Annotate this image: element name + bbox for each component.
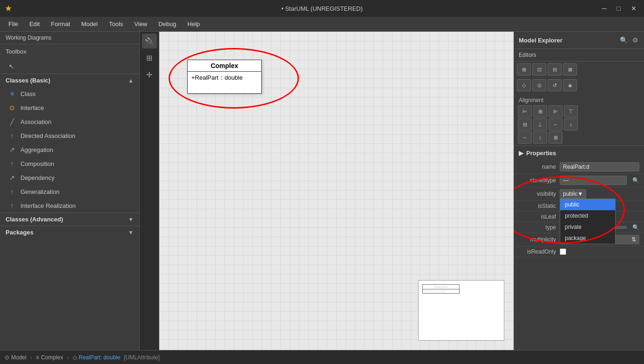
option-protected[interactable]: protected bbox=[560, 210, 615, 221]
menu-edit[interactable]: Edit bbox=[25, 19, 44, 29]
editors-label: Editors bbox=[519, 52, 536, 58]
resize-height[interactable]: ↕ bbox=[533, 131, 547, 144]
toolbox-item-generalization[interactable]: ↑ Generalization bbox=[0, 185, 139, 199]
name-label: name bbox=[519, 164, 556, 170]
breadcrumb-sep-1: › bbox=[30, 354, 32, 361]
stereotype-value[interactable]: — bbox=[560, 176, 627, 185]
gear-icon[interactable]: ⚙ bbox=[631, 35, 639, 45]
align-row-2: ⊟ ⊥ ↔ ↕ bbox=[518, 118, 640, 130]
canvas-area[interactable]: Complex +RealPart：double Complex +RealPa… bbox=[159, 32, 514, 350]
right-panel-header: Model Explorer 🔍 ⚙ bbox=[514, 32, 644, 49]
menu-view[interactable]: View bbox=[129, 19, 152, 29]
isReadOnly-checkbox[interactable] bbox=[560, 248, 566, 255]
title-bar-text: • StarUML (UNREGISTERED) bbox=[281, 5, 363, 12]
align-row-3: ↔ ↕ ⊞ bbox=[518, 131, 640, 144]
cursor-tool[interactable]: ↖ bbox=[0, 59, 139, 74]
toolbox-item-interface[interactable]: ⊙ Interface bbox=[0, 101, 139, 115]
aggregation-label: Aggregation bbox=[20, 146, 53, 153]
option-package[interactable]: package bbox=[560, 233, 615, 244]
align-middle-v[interactable]: ⊟ bbox=[518, 118, 532, 130]
editor-btn-4[interactable]: ⊠ bbox=[563, 63, 577, 76]
window-controls: ─ □ ✕ bbox=[599, 4, 639, 13]
editor-btn-7[interactable]: ↺ bbox=[548, 79, 562, 91]
collapse-icon: ▲ bbox=[128, 77, 134, 84]
close-button[interactable]: ✕ bbox=[628, 4, 639, 13]
editor-btn-6[interactable]: ⊙ bbox=[532, 79, 546, 91]
minimize-button[interactable]: ─ bbox=[599, 4, 610, 13]
align-left[interactable]: ⊨ bbox=[518, 105, 532, 117]
directed-association-label: Directed Association bbox=[20, 132, 75, 139]
name-value[interactable]: RealPart:d bbox=[560, 162, 639, 172]
stereotype-search-icon[interactable]: 🔍 bbox=[632, 177, 639, 184]
toolbox-item-aggregation[interactable]: ↗ Aggregation bbox=[0, 143, 139, 157]
editor-btn-8[interactable]: ◈ bbox=[563, 79, 577, 91]
right-panel: Model Explorer 🔍 ⚙ Editors ⊞ ⊡ ⊟ ⊠ ◇ ⊙ ↺… bbox=[514, 32, 644, 350]
category-classes-advanced[interactable]: Classes (Advanced) ▼ bbox=[0, 213, 139, 226]
uml-class-attrs: +RealPart：double bbox=[188, 72, 261, 84]
resize-both[interactable]: ⊞ bbox=[549, 131, 563, 144]
working-diagrams-header: Working Diagrams bbox=[0, 32, 139, 44]
align-top[interactable]: ⊤ bbox=[564, 105, 578, 117]
toolbox-item-interface-realization[interactable]: ↑ Interface Realization bbox=[0, 199, 139, 213]
toolbox-item-composition[interactable]: ↑ Composition bbox=[0, 157, 139, 171]
nav-puzzle-icon[interactable]: 🔌 bbox=[142, 34, 157, 48]
aggregation-icon: ↗ bbox=[7, 145, 17, 154]
option-private[interactable]: private bbox=[560, 221, 615, 233]
category-classes-basic[interactable]: Classes (Basic) ▲ bbox=[0, 74, 139, 87]
alignment-label: Alignment bbox=[518, 95, 640, 105]
multiplicity-label: multiplicity bbox=[519, 236, 556, 243]
menu-model[interactable]: Model bbox=[77, 19, 102, 29]
editor-btn-5[interactable]: ◇ bbox=[517, 79, 531, 91]
breadcrumb-complex[interactable]: ≡ Complex bbox=[36, 354, 63, 361]
editor-btn-2[interactable]: ⊡ bbox=[532, 63, 546, 76]
align-center-h[interactable]: ⊞ bbox=[533, 105, 547, 117]
align-bottom[interactable]: ⊥ bbox=[533, 118, 547, 130]
isReadOnly-label: isReadOnly bbox=[519, 248, 556, 255]
menu-help[interactable]: Help bbox=[183, 19, 205, 29]
resize-width[interactable]: ↔ bbox=[518, 131, 532, 144]
breadcrumb-realpart-label: RealPart: double bbox=[79, 354, 120, 361]
menu-format[interactable]: Format bbox=[46, 19, 75, 29]
composition-label: Composition bbox=[20, 160, 54, 167]
nav-grid-icon[interactable]: ⊞ bbox=[142, 50, 157, 65]
distribute-v[interactable]: ↕ bbox=[564, 118, 578, 130]
editor-btn-1[interactable]: ⊞ bbox=[517, 63, 531, 76]
interface-icon: ⊙ bbox=[7, 103, 17, 112]
visibility-select[interactable]: public ▼ bbox=[560, 189, 586, 199]
type-search-icon[interactable]: 🔍 bbox=[632, 224, 639, 231]
breadcrumb-model[interactable]: ⊙ Model bbox=[5, 354, 27, 361]
editors-section: Editors bbox=[514, 49, 644, 62]
alignment-section: Alignment ⊨ ⊞ ⊫ ⊤ ⊟ ⊥ ↔ ↕ ↔ ↕ ⊞ bbox=[514, 93, 644, 145]
breadcrumb-realpart[interactable]: ◇ RealPart: double [UMLAttribute] bbox=[73, 354, 160, 361]
toolbox-item-association[interactable]: ╱ Association bbox=[0, 115, 139, 129]
stereotype-label: stereotype bbox=[519, 177, 556, 184]
nav-move-icon[interactable]: ✛ bbox=[142, 67, 157, 82]
category-advanced-label: Classes (Advanced) bbox=[6, 216, 63, 223]
toolbox-item-dependency[interactable]: ↗ Dependency bbox=[0, 171, 139, 185]
mini-preview: Complex +RealPart:double bbox=[418, 280, 504, 341]
menu-debug[interactable]: Debug bbox=[154, 19, 181, 29]
editor-toolbar-row-2: ◇ ⊙ ↺ ◈ bbox=[514, 77, 644, 93]
editor-btn-3[interactable]: ⊟ bbox=[548, 63, 562, 76]
properties-label: Properties bbox=[526, 150, 556, 157]
toolbox: Working Diagrams Toolbox ↖ Classes (Basi… bbox=[0, 32, 140, 350]
properties-header[interactable]: ▶ Properties bbox=[514, 146, 644, 160]
option-public[interactable]: public bbox=[560, 199, 615, 210]
search-icon[interactable]: 🔍 bbox=[619, 35, 629, 45]
align-right[interactable]: ⊫ bbox=[549, 105, 563, 117]
category-packages[interactable]: Packages ▼ bbox=[0, 226, 139, 239]
canvas-grid: Complex +RealPart：double Complex +RealPa… bbox=[159, 32, 514, 350]
menu-tools[interactable]: Tools bbox=[104, 19, 128, 29]
interface-label: Interface bbox=[20, 104, 44, 111]
alignment-rows: ⊨ ⊞ ⊫ ⊤ ⊟ ⊥ ↔ ↕ ↔ ↕ ⊞ bbox=[518, 105, 640, 144]
distribute-h[interactable]: ↔ bbox=[549, 118, 563, 130]
toolbox-item-directed-association[interactable]: ↑ Directed Association bbox=[0, 129, 139, 143]
menu-file[interactable]: File bbox=[4, 19, 23, 29]
panel-icon-group: 🔍 ⚙ bbox=[619, 35, 639, 45]
isLeaf-label: isLeaf bbox=[519, 213, 556, 220]
maximize-button[interactable]: □ bbox=[614, 4, 624, 13]
isStatic-label: isStatic bbox=[519, 203, 556, 209]
uml-class-complex[interactable]: Complex +RealPart：double bbox=[187, 60, 262, 94]
toolbox-item-class[interactable]: ≡ Class bbox=[0, 87, 139, 101]
prop-row-visibility: visibility public ▼ public protected pri… bbox=[514, 187, 644, 201]
